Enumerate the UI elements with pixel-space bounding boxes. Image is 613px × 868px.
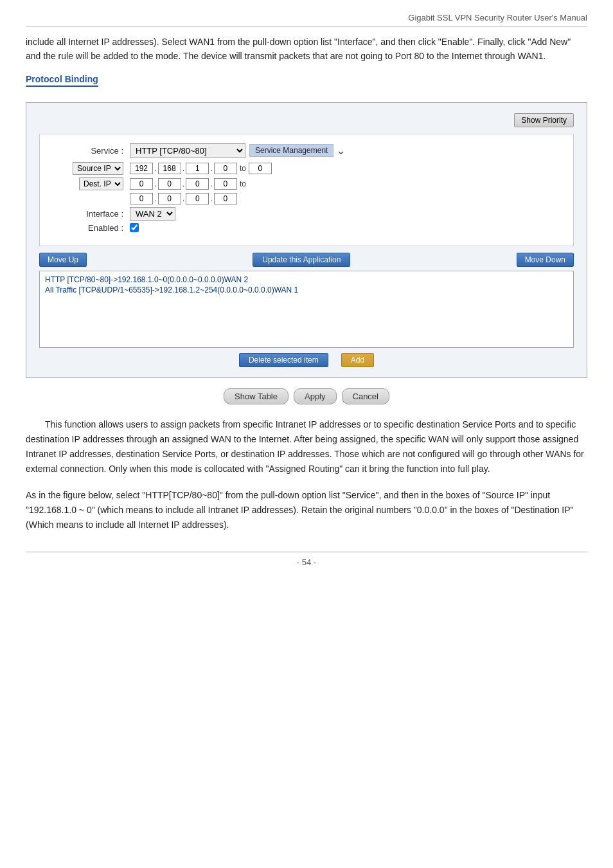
service-select[interactable]: HTTP [TCP/80~80] [130,143,245,158]
move-up-button[interactable]: Move Up [39,253,87,267]
interface-select[interactable]: WAN 2 WAN 1 [130,207,175,221]
intro-paragraph: include all Internet IP addresses). Sele… [26,35,587,64]
source-ip-row: Source IP . . . to [53,162,560,175]
source-ip-select[interactable]: Source IP [73,162,123,175]
dest-ip2-octet1[interactable] [130,193,153,204]
source-ip-octet4[interactable] [214,163,237,174]
dest-dot2: . [182,179,185,188]
service-label: Service : [53,146,123,156]
protocol-binding-panel: Show Priority Service : HTTP [TCP/80~80]… [26,102,587,378]
interface-row: Interface : WAN 2 WAN 1 [53,207,560,221]
dest-ip-octet3[interactable] [186,178,209,190]
manual-title: Gigabit SSL VPN Security Router User's M… [26,13,587,27]
dest-dot3: . [210,179,213,188]
dot3: . [210,163,213,173]
action-row: Move Up Update this Application Move Dow… [39,253,574,267]
dest-ip-row2: . . . [53,193,560,204]
move-down-button[interactable]: Move Down [517,253,574,267]
source-ip-fields: . . . to [130,163,272,174]
dest2-dot2: . [182,194,185,203]
dest-ip2-octet4[interactable] [214,193,237,204]
dest-ip-select[interactable]: Dest. IP [79,177,123,190]
source-ip-octet2[interactable] [158,163,181,174]
source-ip-label-wrapper: Source IP [53,162,123,175]
dest-ip-label-wrapper: Dest. IP [53,177,123,190]
dest-ip-octet2[interactable] [158,178,181,190]
rule-item-2[interactable]: All Traffic [TCP&UDP/1~65535]->192.168.1… [45,285,568,294]
body-paragraph: This function allows users to assign pac… [26,417,587,476]
dest-ip2-octet2[interactable] [158,193,181,204]
enabled-label: Enabled : [53,223,123,233]
update-application-button[interactable]: Update this Application [253,253,350,267]
source-ip-octet3[interactable] [186,163,209,174]
cancel-button[interactable]: Cancel [342,388,389,404]
source-ip-to-value[interactable] [249,163,272,174]
dest2-dot3: . [210,194,213,203]
bottom-action-row: Delete selected item Add [39,353,574,367]
dest-ip-row: Dest. IP . . . to [53,177,560,190]
dest-ip-fields-row2: . . . [130,193,237,204]
source-ip-octet1[interactable] [130,163,153,174]
add-button[interactable]: Add [341,353,374,367]
dest-dot1: . [154,179,157,188]
dest-ip-octet4[interactable] [214,178,237,190]
page-footer: - 54 - [26,552,587,567]
enabled-checkbox[interactable] [130,223,139,232]
dest-ip-fields-row1: . . . to [130,178,249,190]
service-management-badge: Service Management [249,144,333,157]
dot2: . [182,163,185,173]
enabled-row: Enabled : [53,223,560,233]
form-section: Service : HTTP [TCP/80~80] Service Manag… [39,134,574,246]
section-title: Protocol Binding [26,74,98,87]
service-row: Service : HTTP [TCP/80~80] Service Manag… [53,143,560,158]
source-ip-to-label: to [240,164,246,173]
apply-button[interactable]: Apply [294,388,337,404]
bottom-paragraph: As in the figure below, select "HTTP[TCP… [26,488,587,532]
dest2-dot1: . [154,194,157,203]
show-priority-button[interactable]: Show Priority [514,113,574,127]
interface-label: Interface : [53,209,123,219]
rule-item-1[interactable]: HTTP [TCP/80~80]->192.168.1.0~0(0.0.0.0~… [45,275,568,284]
footer-buttons: Show Table Apply Cancel [26,388,587,404]
service-chevron-icon: ⌄ [336,143,346,158]
dest-ip-octet1[interactable] [130,178,153,190]
dest-ip-to-label: to [240,179,246,188]
rules-list: HTTP [TCP/80~80]->192.168.1.0~0(0.0.0.0~… [39,271,574,348]
show-priority-row: Show Priority [39,113,574,127]
dest-ip2-octet3[interactable] [186,193,209,204]
show-table-button[interactable]: Show Table [224,388,289,404]
delete-selected-button[interactable]: Delete selected item [239,353,328,367]
dot1: . [154,163,157,173]
